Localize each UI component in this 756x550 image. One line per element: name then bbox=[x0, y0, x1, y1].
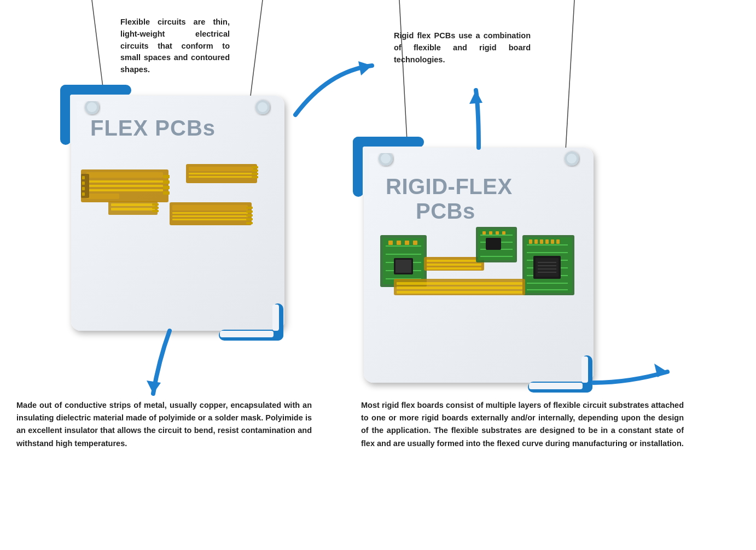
svg-rect-96 bbox=[489, 231, 492, 235]
svg-line-0 bbox=[92, 0, 104, 96]
svg-rect-67 bbox=[528, 382, 592, 393]
svg-rect-12 bbox=[70, 95, 130, 101]
svg-text:RIGID-FLEX: RIGID-FLEX bbox=[386, 174, 513, 198]
svg-rect-68 bbox=[581, 356, 588, 383]
svg-rect-99 bbox=[486, 238, 501, 250]
svg-rect-26 bbox=[163, 186, 170, 189]
svg-rect-89 bbox=[476, 227, 517, 262]
svg-rect-28 bbox=[81, 174, 89, 198]
svg-rect-11 bbox=[70, 95, 77, 144]
svg-rect-97 bbox=[496, 231, 499, 235]
svg-rect-112 bbox=[545, 239, 549, 244]
svg-rect-53 bbox=[246, 210, 253, 213]
svg-rect-4 bbox=[71, 96, 284, 331]
svg-marker-127 bbox=[654, 364, 667, 377]
svg-rect-31 bbox=[82, 187, 85, 190]
svg-rect-10 bbox=[60, 85, 131, 96]
svg-rect-32 bbox=[82, 192, 85, 196]
svg-point-61 bbox=[567, 154, 577, 163]
svg-rect-19 bbox=[86, 172, 163, 178]
flex-pcb-bottom-description: Made out of conductive strips of metal, … bbox=[16, 399, 312, 450]
svg-rect-39 bbox=[186, 164, 257, 183]
svg-rect-73 bbox=[383, 238, 424, 284]
svg-rect-45 bbox=[252, 173, 258, 175]
svg-rect-98 bbox=[502, 231, 505, 235]
svg-rect-122 bbox=[397, 282, 522, 285]
svg-rect-116 bbox=[536, 258, 559, 277]
svg-point-58 bbox=[379, 151, 393, 166]
svg-rect-88 bbox=[427, 267, 481, 270]
svg-point-6 bbox=[87, 102, 97, 112]
svg-rect-121 bbox=[394, 279, 525, 295]
svg-rect-51 bbox=[172, 219, 248, 220]
svg-rect-100 bbox=[522, 235, 574, 295]
svg-rect-41 bbox=[189, 173, 253, 174]
svg-rect-23 bbox=[86, 194, 119, 199]
svg-line-2 bbox=[399, 0, 408, 150]
svg-rect-46 bbox=[252, 176, 258, 178]
svg-rect-18 bbox=[81, 169, 168, 202]
svg-marker-126 bbox=[147, 381, 161, 394]
svg-rect-50 bbox=[172, 215, 248, 217]
svg-rect-27 bbox=[163, 191, 170, 195]
svg-rect-95 bbox=[482, 231, 486, 235]
svg-rect-24 bbox=[163, 175, 170, 178]
flex-pcb-top-description: Flexible circuits are thin, light-weight… bbox=[120, 16, 230, 76]
svg-rect-20 bbox=[86, 180, 163, 183]
svg-text:FLEX PCBs: FLEX PCBs bbox=[90, 116, 216, 140]
svg-rect-69 bbox=[529, 383, 583, 389]
svg-rect-52 bbox=[246, 207, 253, 209]
svg-rect-42 bbox=[189, 176, 253, 178]
svg-rect-22 bbox=[86, 189, 163, 191]
svg-rect-29 bbox=[82, 176, 85, 179]
svg-point-60 bbox=[565, 151, 579, 166]
svg-rect-34 bbox=[111, 203, 155, 206]
svg-rect-72 bbox=[380, 235, 427, 287]
rigid-flex-pcb-bottom-description: Most rigid flex boards consist of multip… bbox=[361, 399, 684, 450]
svg-point-8 bbox=[258, 102, 267, 112]
svg-rect-101 bbox=[525, 237, 572, 293]
svg-rect-86 bbox=[427, 260, 481, 262]
svg-rect-44 bbox=[252, 169, 258, 172]
svg-rect-65 bbox=[363, 147, 423, 153]
svg-rect-33 bbox=[108, 201, 158, 215]
svg-rect-54 bbox=[246, 214, 253, 217]
svg-rect-62 bbox=[353, 137, 364, 197]
svg-rect-16 bbox=[220, 331, 274, 337]
svg-rect-36 bbox=[152, 203, 159, 206]
svg-text:PCBs: PCBs bbox=[416, 199, 475, 223]
svg-rect-47 bbox=[170, 202, 252, 225]
svg-line-1 bbox=[251, 0, 263, 96]
svg-rect-83 bbox=[394, 258, 413, 274]
svg-rect-43 bbox=[252, 166, 258, 168]
svg-rect-123 bbox=[397, 286, 522, 289]
svg-rect-55 bbox=[246, 218, 253, 220]
svg-rect-64 bbox=[363, 147, 369, 196]
svg-rect-35 bbox=[111, 208, 155, 210]
svg-rect-84 bbox=[396, 260, 411, 273]
svg-rect-85 bbox=[424, 257, 484, 271]
svg-marker-128 bbox=[469, 90, 482, 104]
svg-rect-13 bbox=[272, 303, 283, 341]
svg-rect-87 bbox=[427, 264, 481, 266]
svg-rect-82 bbox=[413, 241, 417, 245]
svg-point-59 bbox=[381, 154, 391, 163]
svg-rect-90 bbox=[478, 229, 515, 260]
svg-rect-49 bbox=[172, 212, 248, 214]
svg-rect-109 bbox=[529, 239, 532, 244]
svg-rect-111 bbox=[540, 239, 543, 244]
svg-rect-14 bbox=[219, 330, 283, 341]
svg-rect-110 bbox=[534, 239, 538, 244]
svg-rect-30 bbox=[82, 182, 85, 185]
svg-rect-113 bbox=[551, 239, 554, 244]
svg-rect-37 bbox=[152, 207, 159, 209]
svg-rect-15 bbox=[272, 305, 279, 331]
rigid-flex-pcb-top-description: Rigid flex PCBs use a combination of fle… bbox=[394, 30, 531, 66]
svg-rect-80 bbox=[397, 241, 401, 245]
svg-line-3 bbox=[566, 0, 574, 150]
svg-point-7 bbox=[255, 100, 270, 114]
svg-point-5 bbox=[85, 100, 99, 114]
svg-rect-57 bbox=[364, 148, 594, 383]
svg-rect-81 bbox=[405, 241, 409, 245]
svg-rect-48 bbox=[172, 205, 248, 210]
